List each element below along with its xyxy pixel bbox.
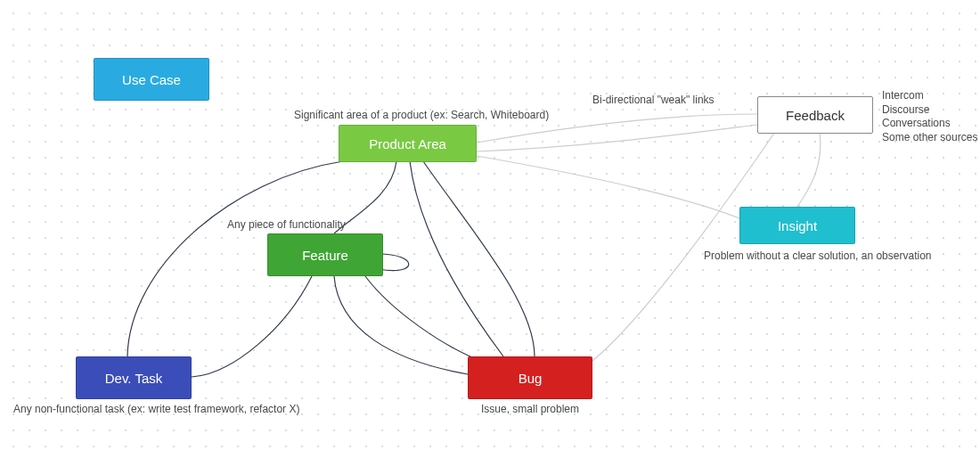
node-insight[interactable]: Insight <box>739 207 855 244</box>
node-dev-task[interactable]: Dev. Task <box>76 356 192 399</box>
node-feedback[interactable]: Feedback <box>757 96 873 134</box>
annotation-weak-links: Bi-directional "weak" links <box>592 94 715 108</box>
node-label: Bug <box>519 371 543 386</box>
node-feature[interactable]: Feature <box>267 233 383 276</box>
node-product-area[interactable]: Product Area <box>339 125 477 162</box>
node-label: Product Area <box>369 136 446 151</box>
node-label: Feedback <box>786 108 845 123</box>
annotation-feature: Any piece of functionality <box>227 218 346 233</box>
node-use-case[interactable]: Use Case <box>94 58 209 101</box>
node-label: Dev. Task <box>105 371 162 386</box>
node-label: Use Case <box>122 72 181 87</box>
annotation-feedback-sources: Intercom Discourse Conversations Some ot… <box>882 89 977 144</box>
node-label: Insight <box>778 218 817 233</box>
annotation-dev-task: Any non-functional task (ex: write test … <box>13 403 299 417</box>
annotation-bug: Issue, small problem <box>481 403 579 417</box>
node-bug[interactable]: Bug <box>468 356 592 399</box>
node-label: Feature <box>302 248 348 263</box>
annotation-product-area: Significant area of a product (ex: Searc… <box>294 109 549 123</box>
annotation-insight: Problem without a clear solution, an obs… <box>704 249 931 264</box>
